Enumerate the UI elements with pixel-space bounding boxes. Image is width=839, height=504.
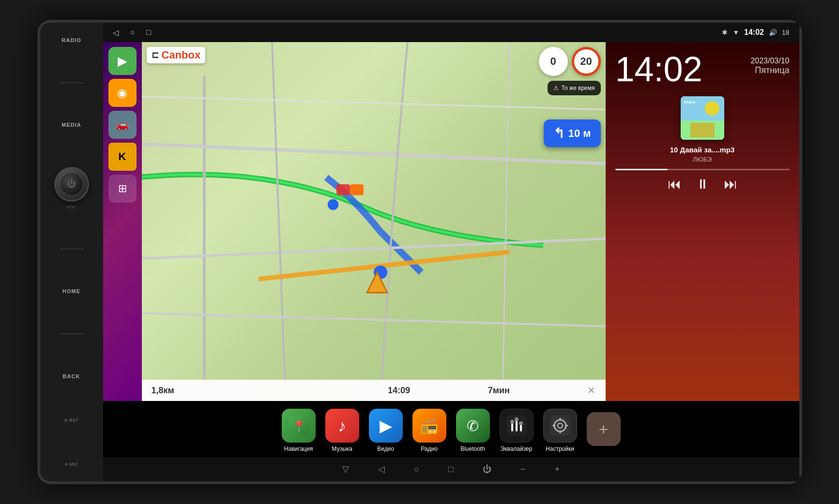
bottom-apps-grid: 📍 Навигация ♪ Музыка ▶ Видео 📻 <box>103 401 799 457</box>
rst-dot <box>64 419 67 422</box>
svg-text:📍: 📍 <box>292 420 305 433</box>
car-radio-device: RADIO MEDIA ⏻ VOL HOME BACK RST MIC <box>37 20 802 484</box>
app-navigation[interactable]: 📍 Навигация <box>282 409 316 452</box>
canbox-logo: ⊏ Canbox <box>147 47 206 63</box>
app-settings[interactable]: Настройки <box>543 409 577 452</box>
bottom-home-btn[interactable]: ○ <box>414 464 419 474</box>
current-speed: 0 <box>539 47 568 76</box>
home-button[interactable]: HOME <box>62 288 80 294</box>
app-video[interactable]: ▶ Видео <box>369 409 403 452</box>
bottom-plus-btn[interactable]: + <box>554 464 560 474</box>
day-text: Пятница <box>750 65 789 75</box>
canbox-brand-text: Canbox <box>162 49 201 61</box>
next-track-btn[interactable]: ⏭ <box>724 176 737 192</box>
bottom-minus-btn[interactable]: − <box>520 464 526 474</box>
svg-point-17 <box>515 417 519 421</box>
home-nav-btn[interactable]: ○ <box>130 28 135 37</box>
svg-rect-22 <box>559 418 561 421</box>
svg-rect-24 <box>552 425 555 427</box>
bottom-nav-bar: ▽ ◁ ○ □ ⏻ − + <box>103 457 799 481</box>
add-app-icon: + <box>587 412 621 446</box>
content-area: ▶ ◉ 🚗 K ⊞ <box>103 42 799 401</box>
navigation-label: Навигация <box>284 445 313 452</box>
status-time: 14:02 <box>744 28 764 37</box>
svg-rect-13 <box>511 423 513 431</box>
divider-2 <box>60 249 84 250</box>
turn-icon: ↰ <box>553 125 564 141</box>
left-control-panel: RADIO MEDIA ⏻ VOL HOME BACK RST MIC <box>40 23 103 481</box>
speed-limit: 20 <box>572 47 601 76</box>
mic-dot <box>65 463 68 466</box>
svg-rect-3 <box>350 184 364 195</box>
back-nav-btn[interactable]: ◁ <box>113 28 119 37</box>
volume-level: 18 <box>782 29 790 36</box>
distance-text: 10 м <box>568 127 591 140</box>
route-close-btn[interactable]: ✕ <box>587 385 595 396</box>
sidebar-kaiten-btn[interactable]: K <box>108 143 137 171</box>
power-icon: ⏻ <box>67 179 76 189</box>
route-remaining-time: 7мин <box>488 385 510 396</box>
bluetooth-label: Bluetooth <box>460 445 485 452</box>
mic-label: MIC <box>70 462 78 467</box>
sidebar-music-btn[interactable]: ◉ <box>108 79 137 107</box>
vol-label: VOL <box>66 205 76 209</box>
track-name: 10 Давай за....mp3 <box>670 146 735 154</box>
music-icon: ♪ <box>325 409 359 443</box>
music-section: ЛЮБЭ 10 Давай за....mp3 ЛЮБЭ ⏮ ⏸ <box>606 91 799 401</box>
route-progress-bar <box>252 388 310 392</box>
status-bar: ◁ ○ □ ✱ ▼ 14:02 🔊 18 <box>103 23 799 42</box>
bottom-back-btn[interactable]: ◁ <box>378 464 385 474</box>
svg-rect-14 <box>516 420 518 431</box>
map-section[interactable]: ⊏ Canbox 0 20 <box>142 42 606 401</box>
back-button[interactable]: BACK <box>63 373 80 379</box>
right-panel: 14:02 2023/03/10 Пятница <box>606 42 799 401</box>
svg-rect-23 <box>559 430 561 433</box>
settings-label: Настройки <box>546 445 574 452</box>
power-knob-inner: ⏻ <box>60 173 83 196</box>
speed-indicators: 0 20 <box>539 47 601 76</box>
app-add[interactable]: + <box>587 412 621 449</box>
volume-knob-area: ⏻ VOL <box>54 167 89 209</box>
apps-nav-btn[interactable]: □ <box>146 28 151 37</box>
sidebar-carplay-btn[interactable]: ▶ <box>108 47 137 75</box>
rst-indicator: RST <box>64 418 79 423</box>
music-label: Музыка <box>332 445 352 452</box>
album-art-inner: ЛЮБЭ <box>681 96 724 140</box>
app-radio[interactable]: 📻 Радио <box>412 409 446 452</box>
radio-icon: 📻 <box>412 409 446 443</box>
navigation-icon: 📍 <box>282 409 316 443</box>
bottom-apps-btn[interactable]: □ <box>448 464 454 474</box>
route-arrival-time: 14:09 <box>388 385 410 396</box>
bottom-down-btn[interactable]: ▽ <box>342 464 349 474</box>
music-progress-bar[interactable] <box>615 169 790 170</box>
radio-button[interactable]: RADIO <box>61 37 81 43</box>
artist-name: ЛЮБЭ <box>670 156 735 163</box>
video-icon: ▶ <box>369 409 403 443</box>
pause-btn[interactable]: ⏸ <box>696 176 709 192</box>
main-screen: ◁ ○ □ ✱ ▼ 14:02 🔊 18 ▶ ◉ <box>103 23 799 481</box>
sidebar-home-btn[interactable]: ⊞ <box>108 175 137 203</box>
map-roads-svg <box>142 42 606 401</box>
equalizer-label: Эквалайзер <box>501 445 533 452</box>
svg-rect-7 <box>690 123 715 137</box>
wifi-icon: ▼ <box>732 29 739 36</box>
music-progress-fill <box>615 169 668 170</box>
media-button[interactable]: MEDIA <box>61 122 81 128</box>
status-right: ✱ ▼ 14:02 🔊 18 <box>722 28 789 37</box>
power-knob[interactable]: ⏻ <box>54 167 89 202</box>
sidebar-carinfo-btn[interactable]: 🚗 <box>108 111 137 139</box>
music-controls: ⏮ ⏸ ⏭ <box>668 176 737 192</box>
app-sidebar: ▶ ◉ 🚗 K ⊞ <box>103 42 142 401</box>
rst-label: RST <box>69 418 79 423</box>
svg-point-0 <box>327 199 338 210</box>
app-bluetooth[interactable]: ✆ Bluetooth <box>456 409 490 452</box>
svg-rect-15 <box>520 424 522 431</box>
app-equalizer[interactable]: Эквалайзер <box>500 409 534 452</box>
prev-track-btn[interactable]: ⏮ <box>668 176 681 192</box>
app-music[interactable]: ♪ Музыка <box>325 409 359 452</box>
bottom-power-btn[interactable]: ⏻ <box>483 464 491 474</box>
svg-point-8 <box>705 101 719 116</box>
svg-text:ЛЮБЭ: ЛЮБЭ <box>683 100 695 104</box>
top-nav-buttons: ◁ ○ □ <box>113 28 151 37</box>
route-info-bar: 1,8км 14:09 7мин ✕ <box>142 380 606 401</box>
